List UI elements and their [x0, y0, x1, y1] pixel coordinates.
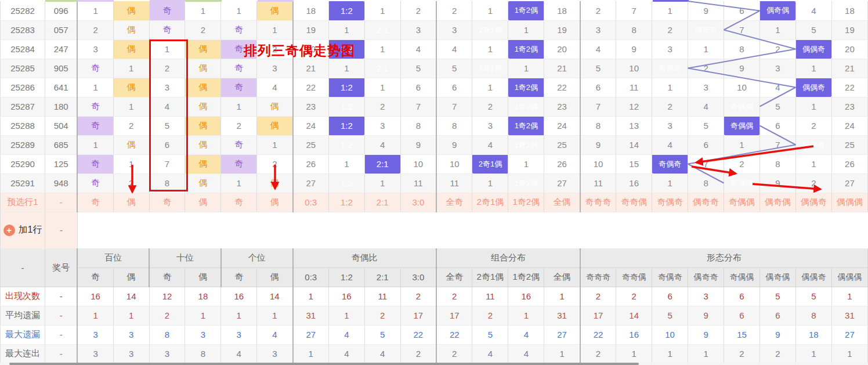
trend-cell: 22: [544, 78, 580, 97]
trend-cell: 7: [760, 135, 795, 154]
preselect-cell[interactable]: 偶偶偶: [831, 193, 867, 212]
group-header: 百位: [77, 248, 149, 268]
trend-cell: 2:1: [364, 20, 400, 39]
trend-cell: 6: [400, 78, 436, 97]
stat-cell: 9: [760, 325, 795, 344]
stat-cell: 4: [472, 344, 508, 363]
preselect-cell[interactable]: 偶奇奇: [688, 193, 724, 212]
stat-cell: 1: [688, 344, 724, 363]
trend-cell: 9: [580, 135, 616, 154]
stat-cell: 14: [113, 287, 149, 306]
stat-row-maxmiss: 最大遗漏-33833427452222542722161091591827: [1, 325, 868, 344]
preselect-cell[interactable]: 偶奇偶: [760, 193, 795, 212]
preselect-cell[interactable]: 偶: [113, 193, 149, 212]
trend-cell: 1奇2偶: [508, 1, 544, 20]
trend-cell: 1: [472, 1, 508, 20]
preselect-cell[interactable]: 奇奇偶: [616, 193, 652, 212]
pattern-hit-fragment: [653, 0, 689, 2]
trend-cell: 1: [328, 59, 364, 78]
trend-cell: 27: [831, 174, 867, 193]
preselect-cell[interactable]: 偶: [185, 193, 221, 212]
trend-cell: 偶偶奇: [795, 135, 831, 154]
trend-cell: 13: [616, 116, 652, 135]
trend-cell: 26: [544, 154, 580, 174]
preselect-cell[interactable]: 奇奇奇: [580, 193, 616, 212]
trend-cell: 2: [688, 59, 724, 78]
stat-cell: 6: [724, 306, 760, 325]
trend-cell: 1: [652, 174, 688, 193]
preselect-cell[interactable]: 奇偶偶: [724, 193, 760, 212]
trend-cell: 8: [724, 39, 760, 59]
preselect-cell[interactable]: 全奇: [436, 193, 472, 212]
trend-cell: 奇偶奇: [652, 59, 688, 78]
trend-cell: 1: [221, 174, 257, 193]
prize-cell-fragment: [45, 0, 78, 2]
stat-row-label: 最大遗漏: [1, 325, 45, 344]
trend-cell: 26: [831, 154, 867, 174]
trend-cell: 27: [293, 174, 329, 193]
trend-cell: 偶偶奇: [795, 78, 831, 97]
trend-cell: 奇: [221, 135, 257, 154]
preselect-cell[interactable]: 2奇1偶: [472, 193, 508, 212]
preselect-cell[interactable]: 偶偶奇: [795, 193, 831, 212]
stat-cell: 2: [724, 344, 760, 363]
trend-cell: 2: [113, 174, 149, 193]
trend-cell: 1:2: [328, 97, 364, 116]
preselect-cell[interactable]: 偶: [257, 193, 293, 212]
preselect-cell[interactable]: 1奇2偶: [508, 193, 544, 212]
subcol-header: 奇偶奇: [652, 268, 688, 287]
trend-cell: 1: [652, 78, 688, 97]
stat-cell: 1: [652, 344, 688, 363]
stat-cell: 1: [113, 306, 149, 325]
add-row-label: 加1行: [19, 225, 42, 234]
trend-cell: 22: [293, 78, 329, 97]
stat-cell: 2: [400, 287, 436, 306]
horizontal-scrollbar[interactable]: [0, 363, 868, 365]
preselect-dash: -: [45, 193, 77, 212]
stat-cell: 4: [508, 344, 544, 363]
stat-cell: 8: [795, 306, 831, 325]
preselect-cell[interactable]: 0:3: [293, 193, 329, 212]
group-header: 个位: [221, 248, 293, 268]
trend-cell: 偶: [185, 154, 221, 174]
trend-row: 25285905奇12偶奇32112:1552奇1偶121510奇偶奇29312…: [1, 59, 868, 78]
trend-cell: 8: [400, 116, 436, 135]
period-cell: 25285: [1, 59, 45, 78]
preselect-cell[interactable]: 奇: [77, 193, 113, 212]
odd-hit-fragment: [258, 0, 294, 2]
preselect-cell[interactable]: 1:2: [328, 193, 364, 212]
trend-cell: 2: [652, 20, 688, 39]
stats-header-groups: -奖号百位十位个位奇偶比组合分布形态分布: [1, 248, 868, 268]
trend-cell: 23: [544, 97, 580, 116]
scrollbar-thumb[interactable]: [9, 363, 639, 365]
trend-cell: 24: [544, 116, 580, 135]
stat-cell: 16: [616, 325, 652, 344]
trend-cell: 偶: [113, 20, 149, 39]
stat-cell: 27: [293, 325, 329, 344]
odd-hit-fragment: [78, 0, 114, 2]
stat-cell: 5: [760, 287, 795, 306]
stat-cell: 3: [221, 325, 257, 344]
preselect-cell[interactable]: 奇偶奇: [652, 193, 688, 212]
trend-cell: 5: [400, 59, 436, 78]
prize-number-cell: 096: [45, 1, 77, 20]
group-header: 十位: [149, 248, 221, 268]
prize-number-header: 奖号: [45, 248, 77, 287]
trend-cell: 偶: [257, 174, 293, 193]
stat-cell: 6: [760, 306, 795, 325]
trend-cell: 1奇2偶: [508, 116, 544, 135]
preselect-cell[interactable]: 奇: [149, 193, 185, 212]
trend-cell: 3: [400, 20, 436, 39]
preselect-cell[interactable]: 3:0: [400, 193, 436, 212]
trend-cell: 偶偶奇: [795, 39, 831, 59]
add-row-button[interactable]: +加1行: [1, 212, 45, 248]
stat-cell: 4: [364, 344, 400, 363]
stat-cell: 9: [688, 306, 724, 325]
preselect-cell[interactable]: 全偶: [544, 193, 580, 212]
preselect-cell[interactable]: 2:1: [364, 193, 400, 212]
trend-cell: 8: [688, 174, 724, 193]
trend-cell: 1: [760, 20, 795, 39]
preselect-cell[interactable]: 奇: [221, 193, 257, 212]
trend-cell: 3: [652, 116, 688, 135]
trend-cell: 2: [257, 39, 293, 59]
